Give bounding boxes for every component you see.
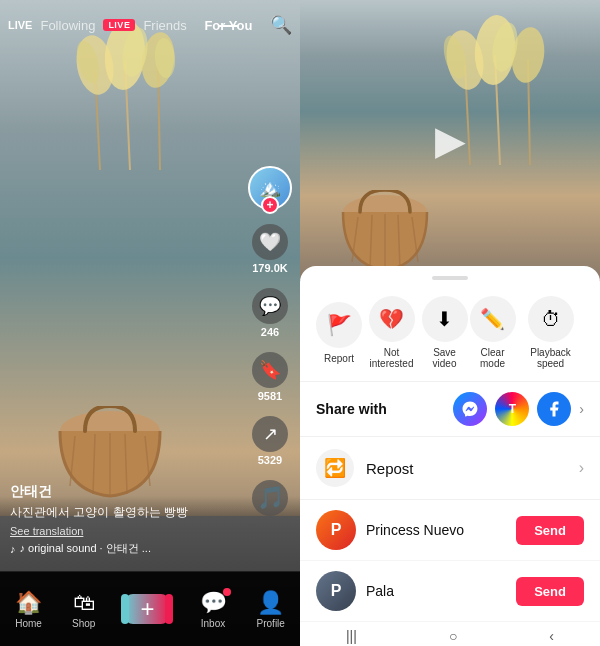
action-icons-row: 🚩 Report 💔 Not interested ⬇ Save video ✏… [300,292,600,382]
send-button-0[interactable]: Send [516,516,584,545]
bookmark-group[interactable]: 🔖 9581 [252,352,288,402]
repost-left-group: 🔁 Repost [316,449,414,487]
not-interested-action[interactable]: 💔 Not interested [362,296,421,369]
inbox-notification-dot [223,588,231,596]
share-more-chevron-icon[interactable]: › [579,401,584,417]
inbox-badge-wrapper: 💬 [200,590,227,616]
share-icons-group: T › [453,392,584,426]
save-video-icon: ⬇ [422,296,468,342]
for-you-tab[interactable]: For You [204,18,252,33]
create-plus-button[interactable]: + [125,594,169,624]
repost-row[interactable]: 🔁 Repost › [300,437,600,500]
creator-username[interactable]: 안태건 [10,483,240,501]
vinyl-record[interactable]: 🎵 [252,480,288,516]
share-bottom-sheet: 🚩 Report 💔 Not interested ⬇ Save video ✏… [300,266,600,646]
profile-nav-button[interactable]: 👤 Profile [257,590,285,629]
send-button-1[interactable]: Send [516,577,584,606]
repost-chevron-icon: › [579,459,584,477]
create-nav-button[interactable]: + [125,594,169,624]
playback-speed-icon: ⏱ [528,296,574,342]
right-sidebar: 🏔️ + 🤍 179.0K 💬 246 🔖 9581 ↗ 5329 🎵 [248,166,292,516]
shop-icon: 🛍 [73,590,95,616]
save-video-action[interactable]: ⬇ Save video [421,296,468,369]
play-button-icon[interactable]: ▶ [435,117,466,163]
user-name-0: Princess Nuevo [366,522,464,538]
user-name-1: Pala [366,583,394,599]
system-nav-right: ||| ○ ‹ [300,626,600,646]
clear-mode-icon: ✏️ [470,296,516,342]
share-group[interactable]: ↗ 5329 [252,416,288,466]
clear-mode-action[interactable]: ✏️ Clear mode [468,296,517,369]
see-translation-link[interactable]: See translation [10,525,240,537]
creator-avatar[interactable]: 🏔️ + [248,166,292,210]
follow-badge: + [261,196,279,214]
user-row-0: P Princess Nuevo Send [300,500,600,561]
friends-tab[interactable]: Friends [143,16,186,34]
messenger-share-icon[interactable] [453,392,487,426]
bottom-navigation: 🏠 Home 🛍 Shop + 💬 Inbox 👤 Profile [0,571,300,646]
shop-nav-button[interactable]: 🛍 Shop [72,590,95,629]
live-icon[interactable]: LIVE [8,19,32,31]
comment-group[interactable]: 💬 246 [252,288,288,338]
share-with-label: Share with [316,401,387,417]
user-avatar-0: P [316,510,356,550]
live-badge: LIVE [103,19,135,31]
user-info-0: P Princess Nuevo [316,510,464,550]
right-video-panel: ▶ 🚩 Report 💔 Not interested ⬇ Save video… [300,0,600,646]
tiktok-share-icon[interactable]: T [495,392,529,426]
search-icon[interactable]: 🔍 [270,14,292,36]
sys-back-icon: ‹ [549,628,554,644]
user-info-1: P Pala [316,571,394,611]
report-icon: 🚩 [316,302,362,348]
top-navigation: LIVE Following LIVE Friends For You 🔍 [0,0,300,50]
share-with-row: Share with T › [300,382,600,437]
video-description: 사진관에서 고양이 촬영하는 빵빵 [10,504,240,521]
report-action[interactable]: 🚩 Report [316,302,362,364]
home-icon: 🏠 [15,590,42,616]
home-nav-button[interactable]: 🏠 Home [15,590,42,629]
sound-info[interactable]: ♪ ♪ original sound · 안태건 ... [10,541,240,556]
sys-home-icon: ○ [449,628,457,644]
right-video-background: ▶ [300,0,600,280]
left-video-panel: LIVE Following LIVE Friends For You 🔍 🏔️… [0,0,300,646]
user-row-1: P Pala Send [300,561,600,622]
repost-label: Repost [366,460,414,477]
playback-speed-action[interactable]: ⏱ Playback speed [517,296,584,369]
not-interested-icon: 💔 [369,296,415,342]
sys-bars-icon: ||| [346,628,357,644]
profile-icon: 👤 [257,590,284,616]
nav-left-group: LIVE Following LIVE Friends [8,16,187,34]
facebook-share-icon[interactable] [537,392,571,426]
video-info: 안태건 사진관에서 고양이 촬영하는 빵빵 See translation ♪ … [10,483,240,556]
like-group[interactable]: 🤍 179.0K [252,224,288,274]
repost-icon: 🔁 [316,449,354,487]
user-avatar-1: P [316,571,356,611]
sound-label: ♪ original sound · 안태건 ... [20,541,151,556]
inbox-nav-button[interactable]: 💬 Inbox [200,590,227,629]
music-note-icon: ♪ [10,543,16,555]
sheet-drag-handle [432,276,468,280]
following-tab[interactable]: Following [40,16,95,34]
active-tab-underline [218,25,238,27]
